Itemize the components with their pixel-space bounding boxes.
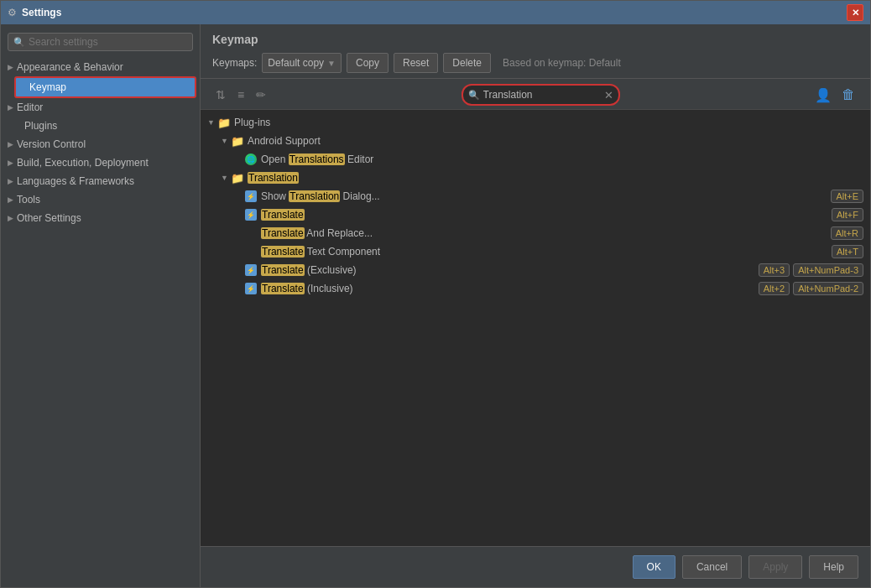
expand-all-button[interactable]: ⇅ xyxy=(212,86,229,103)
person-icon-button[interactable]: 👤 xyxy=(811,86,835,105)
ok-button[interactable]: OK xyxy=(633,555,675,579)
expand-arrow-icon: ▶ xyxy=(8,159,13,167)
sidebar-item-other-settings[interactable]: ▶ Other Settings xyxy=(1,209,200,227)
expand-arrow-icon: ▶ xyxy=(8,103,13,112)
tree-row[interactable]: ▶ ⚡ Translate (Inclusive) Alt+2 Alt+NumP… xyxy=(227,279,870,298)
expand-arrow-icon: ▶ xyxy=(8,195,13,204)
sidebar-item-label: Plugins xyxy=(24,120,57,132)
actions-left: ⇅ ≡ ✏ xyxy=(212,86,269,103)
sidebar-item-editor[interactable]: ▶ Editor xyxy=(1,98,200,117)
plain-icon xyxy=(244,226,258,240)
tree-row[interactable]: ▶ 🌐 Open Translations Editor xyxy=(227,150,870,169)
tree-node-label: Translate (Exclusive) xyxy=(261,264,759,276)
main-content: 🔍 ▶ Appearance & Behavior Keymap ▶ Edito… xyxy=(1,24,870,587)
apply-button[interactable]: Apply xyxy=(748,555,802,579)
keymaps-value: Default copy xyxy=(268,57,324,69)
sidebar-item-label: Other Settings xyxy=(17,212,81,224)
expand-icon: ▼ xyxy=(221,174,231,182)
shortcut-badge: Alt+2 xyxy=(759,282,790,295)
expand-arrow-icon: ▶ xyxy=(8,177,13,185)
highlight-text: Translation xyxy=(289,190,340,202)
pencil-icon: ✏ xyxy=(256,88,266,101)
window-icon: ⚙ xyxy=(8,7,17,18)
trash-icon-button[interactable]: 🗑 xyxy=(838,86,858,104)
edit-shortcut-button[interactable]: ✏ xyxy=(253,86,269,103)
expand-arrow-icon: ▶ xyxy=(8,140,13,148)
tree-node-label: Translate (Inclusive) xyxy=(261,283,759,294)
highlight-text: Translations xyxy=(289,154,345,165)
action-icon: ⚡ xyxy=(244,208,258,221)
shortcut-badges: Alt+E xyxy=(831,190,863,203)
tree-node-label: Open Translations Editor xyxy=(261,154,863,165)
expand-arrow-icon: ▶ xyxy=(8,214,13,222)
tree-row[interactable]: ▼ 📁 Android Support xyxy=(214,132,870,150)
shortcut-badges: Alt+R xyxy=(831,226,863,240)
sidebar-item-tools[interactable]: ▶ Tools xyxy=(1,190,200,209)
collapse-all-icon: ≡ xyxy=(237,88,244,101)
tree-row[interactable]: ▼ 📁 Plug-ins xyxy=(201,113,870,132)
expand-icon: ▼ xyxy=(221,137,231,145)
title-bar: ⚙ Settings ✕ xyxy=(1,1,870,24)
tree-row[interactable]: ▶ Translate Text Component Alt+T xyxy=(227,242,870,261)
sidebar-item-label: Version Control xyxy=(17,138,86,150)
actions-right: 👤 🗑 xyxy=(811,86,858,105)
sidebar-item-appearance[interactable]: ▶ Appearance & Behavior xyxy=(1,58,200,76)
tree-row[interactable]: ▶ ⚡ Translate Alt+F xyxy=(227,206,870,224)
panel-header: Keymap Keymaps: Default copy ▼ Copy Rese… xyxy=(201,24,870,79)
action-icon: ⚡ xyxy=(244,263,258,277)
tree-row[interactable]: ▶ Translate And Replace... Alt+R xyxy=(227,224,870,242)
plain-icon xyxy=(244,245,258,258)
sidebar-item-plugins[interactable]: Plugins xyxy=(1,117,200,135)
sidebar-item-label: Keymap xyxy=(29,81,66,93)
tree-row[interactable]: ▶ ⚡ Translate (Exclusive) Alt+3 Alt+NumP… xyxy=(227,261,870,279)
sidebar-search-input[interactable] xyxy=(29,36,187,48)
tree-view[interactable]: ▼ 📁 Plug-ins ▼ 📁 Android Support ▶ 🌐 xyxy=(201,110,870,546)
sidebar-item-label: Languages & Frameworks xyxy=(17,175,134,187)
copy-button[interactable]: Copy xyxy=(347,53,389,73)
shortcut-badge: Alt+NumPad-2 xyxy=(793,282,863,295)
collapse-all-button[interactable]: ≡ xyxy=(234,86,248,103)
highlight-text: Translate xyxy=(261,264,305,276)
expand-icon: ▼ xyxy=(207,118,217,127)
sidebar-item-languages[interactable]: ▶ Languages & Frameworks xyxy=(1,172,200,190)
shortcut-badges: Alt+F xyxy=(832,208,863,221)
shortcut-badge: Alt+NumPad-3 xyxy=(793,263,863,277)
tree-row[interactable]: ▼ 📁 Translation xyxy=(214,169,870,187)
shortcut-badges: Alt+T xyxy=(832,245,863,258)
tree-node-label: Translate And Replace... xyxy=(261,227,831,239)
shortcut-badge: Alt+F xyxy=(832,208,863,221)
actions-row: ⇅ ≡ ✏ 🔍 ✕ 👤 xyxy=(201,79,870,110)
action-icon: ⚡ xyxy=(244,190,258,203)
tree-node-label: Translate Text Component xyxy=(261,246,832,258)
delete-button[interactable]: Delete xyxy=(443,53,491,73)
sidebar-item-label: Appearance & Behavior xyxy=(17,61,123,73)
search-filter-box[interactable]: 🔍 ✕ xyxy=(462,84,620,106)
sidebar-item-build[interactable]: ▶ Build, Execution, Deployment xyxy=(1,154,200,172)
chevron-down-icon: ▼ xyxy=(327,59,336,68)
title-bar-left: ⚙ Settings xyxy=(8,7,61,18)
expand-arrow-icon: ▶ xyxy=(8,63,13,71)
tree-node-label: Android Support xyxy=(248,135,863,147)
tree-row[interactable]: ▶ ⚡ Show Translation Dialog... Alt+E xyxy=(227,187,870,206)
folder-icon: 📁 xyxy=(231,171,244,185)
keymaps-dropdown[interactable]: Default copy ▼ xyxy=(262,53,342,73)
search-filter-input[interactable] xyxy=(483,89,601,101)
panel-title: Keymap xyxy=(212,33,858,46)
help-button[interactable]: Help xyxy=(809,555,858,579)
shortcut-badges: Alt+3 Alt+NumPad-3 xyxy=(759,263,863,277)
cancel-button[interactable]: Cancel xyxy=(682,555,742,579)
sidebar-item-version-control[interactable]: ▶ Version Control xyxy=(1,135,200,154)
action-icon: ⚡ xyxy=(244,282,258,295)
shortcut-badge: Alt+R xyxy=(831,226,863,240)
sidebar-search-box[interactable]: 🔍 xyxy=(8,33,193,51)
sidebar-item-keymap[interactable]: Keymap xyxy=(14,76,196,98)
highlight-text: Translation xyxy=(248,172,299,184)
sidebar: 🔍 ▶ Appearance & Behavior Keymap ▶ Edito… xyxy=(1,24,201,587)
window-title: Settings xyxy=(22,7,61,18)
globe-icon: 🌐 xyxy=(244,153,258,166)
sidebar-item-label: Editor xyxy=(17,101,43,113)
settings-window: ⚙ Settings ✕ 🔍 ▶ Appearance & Behavior K… xyxy=(0,0,871,588)
close-button[interactable]: ✕ xyxy=(847,4,863,21)
clear-search-icon[interactable]: ✕ xyxy=(604,89,613,101)
reset-button[interactable]: Reset xyxy=(394,53,438,73)
